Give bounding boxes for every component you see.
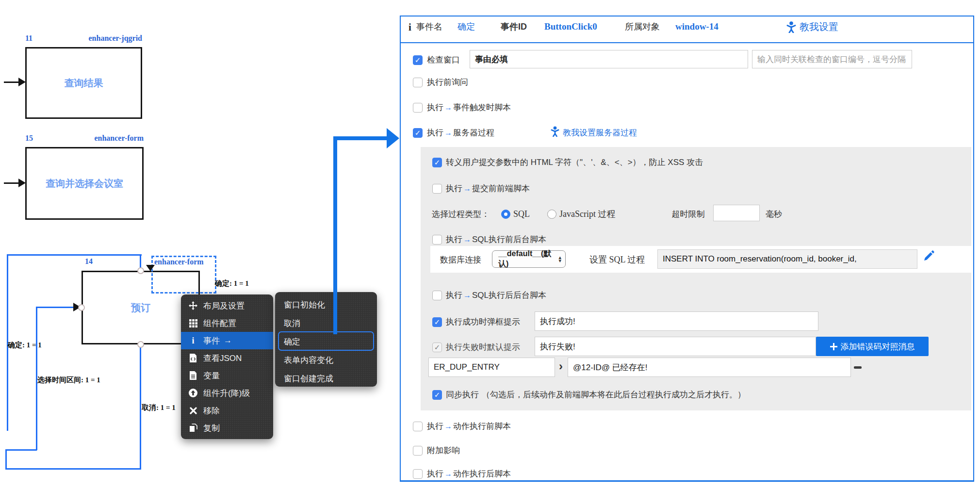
- submenu-item-window-created[interactable]: 窗口创建完成: [275, 369, 377, 388]
- fail-checkbox[interactable]: [432, 343, 442, 352]
- success-checkbox[interactable]: [432, 317, 442, 327]
- connector-handle[interactable]: [78, 304, 85, 311]
- submenu-item-cancel[interactable]: 取消: [275, 314, 377, 332]
- event-name-value[interactable]: 确定: [457, 20, 475, 33]
- event-id-value[interactable]: ButtonClick0: [544, 20, 597, 33]
- menu-item-label: 组件升(降)级: [203, 388, 250, 399]
- menu-item-label: 查看JSON: [203, 353, 242, 364]
- sync-label: 同步执行: [446, 389, 479, 400]
- event-name-label: 事件名: [416, 20, 442, 33]
- side-effect-checkbox[interactable]: [413, 446, 423, 456]
- edge-line: [7, 254, 142, 256]
- remove-mapping-icon[interactable]: [854, 366, 862, 369]
- check-window-input[interactable]: 事由必填: [470, 50, 748, 68]
- edge-line: [4, 82, 19, 83]
- submenu-arrow: →: [224, 336, 232, 345]
- timeout-input[interactable]: [713, 205, 760, 221]
- js-radio[interactable]: [547, 210, 556, 219]
- menu-item-copy[interactable]: 复制: [181, 419, 273, 437]
- trigger-script-checkbox[interactable]: [413, 103, 423, 113]
- row-prefix: 执行: [427, 127, 443, 138]
- owner-value[interactable]: window-14: [675, 20, 719, 33]
- sql-proc-label: 设置 SQL 过程: [589, 254, 645, 265]
- add-error-code-label: 添加错误码对照消息: [841, 341, 915, 352]
- document-icon: [188, 371, 198, 380]
- add-error-code-button[interactable]: 添加错误码对照消息: [816, 337, 929, 356]
- code-file-icon: [188, 354, 198, 362]
- close-icon: [188, 407, 198, 414]
- header-divider: [401, 42, 973, 43]
- flow-node-query-result[interactable]: 查询结果: [25, 47, 142, 119]
- post-action-checkbox[interactable]: [413, 469, 423, 479]
- node-id: 15: [25, 134, 33, 143]
- pointer-line: [333, 136, 388, 140]
- node-meta-15: 15 enhancer-form: [25, 134, 144, 143]
- sql-radio[interactable]: [501, 210, 510, 219]
- node-type: enhancer-form: [94, 134, 144, 143]
- teach-me-link[interactable]: 教我设置: [800, 20, 838, 33]
- pre-submit-checkbox[interactable]: [432, 184, 442, 194]
- node-id: 14: [85, 257, 93, 266]
- process-type-row: 选择过程类型： SQL JavaScript 过程 超时限制: [432, 208, 705, 220]
- node-title: 查询结果: [65, 77, 103, 90]
- arrow-right-icon: →: [443, 129, 453, 137]
- success-msg-row: 执行成功时弹框提示: [432, 316, 520, 327]
- edit-pencil-icon[interactable]: [923, 250, 934, 264]
- escape-xss-row: 转义用户提交参数中的 HTML 字符（"、'、&、<、>），防止 XSS 攻击: [432, 157, 703, 168]
- edge-line: [5, 468, 141, 470]
- edge-line: [6, 449, 37, 451]
- connector-handle[interactable]: [137, 267, 144, 274]
- edge-label-cancel: 取消: 1 = 1: [142, 403, 176, 412]
- menu-item-component-config[interactable]: 组件配置: [181, 314, 273, 332]
- post-action-script-row: 执行 → 动作执行后脚本: [413, 468, 511, 479]
- fail-label: 执行失败时默认提示: [446, 342, 520, 353]
- sql-post-checkbox[interactable]: [432, 291, 442, 300]
- server-process-checkbox[interactable]: [413, 128, 423, 138]
- timeout-label: 超时限制: [672, 209, 705, 220]
- edge-line: [5, 449, 7, 470]
- menu-item-view-json[interactable]: 查看JSON: [181, 349, 273, 367]
- menu-item-variables[interactable]: 变量: [181, 367, 273, 384]
- pre-action-checkbox[interactable]: [413, 422, 423, 431]
- flow-node-select-room[interactable]: 查询并选择会议室: [25, 147, 144, 220]
- db-conn-select[interactable]: __default__(默认): [492, 250, 566, 268]
- menu-item-events[interactable]: 事件 →: [181, 332, 273, 349]
- db-conn-value: __default__(默认): [498, 249, 558, 269]
- submenu-active-outline: [278, 331, 374, 351]
- fail-msg-input[interactable]: 执行失败!: [535, 337, 816, 356]
- teach-server-link[interactable]: 教我设置服务器过程: [551, 126, 637, 139]
- check-window-checkbox[interactable]: [413, 55, 423, 65]
- submenu-item-window-init[interactable]: 窗口初始化: [275, 295, 377, 314]
- submenu-item-label: 取消: [284, 318, 300, 329]
- select-caret-icon: [558, 256, 561, 262]
- ask-before-checkbox[interactable]: [413, 78, 423, 87]
- menu-item-layout[interactable]: 布局及设置: [181, 297, 273, 314]
- row-prefix: 执行: [446, 183, 462, 194]
- escape-xss-checkbox[interactable]: [432, 158, 442, 167]
- sync-checkbox[interactable]: [432, 390, 442, 400]
- related-windows-input[interactable]: 输入同时关联检查的窗口编号，逗号分隔: [752, 50, 912, 68]
- node-title: 预订: [131, 301, 150, 314]
- pre-action-label: 动作执行前脚本: [453, 421, 511, 432]
- arrowhead-icon: [18, 78, 26, 86]
- error-code-input[interactable]: ER_DUP_ENTRY: [428, 358, 555, 377]
- server-process-row: 执行 → 服务器过程: [413, 127, 494, 138]
- sql-statement-input[interactable]: INSERT INTO room_reservation(room_id, bo…: [657, 249, 917, 269]
- arrow-right-icon: →: [443, 470, 453, 478]
- menu-item-label: 事件: [203, 335, 220, 346]
- side-effect-label: 附加影响: [427, 445, 460, 456]
- copy-icon: [188, 424, 198, 432]
- ask-before-label: 执行前询问: [427, 77, 468, 88]
- sql-pre-checkbox[interactable]: [432, 235, 442, 245]
- event-id-label: 事件ID: [501, 20, 527, 33]
- server-process-label: 服务器过程: [453, 127, 494, 138]
- connector-handle[interactable]: [137, 341, 144, 348]
- edge-line: [140, 254, 141, 269]
- error-message-input[interactable]: @12-ID@ 已经存在!: [568, 358, 851, 377]
- submenu-item-form-change[interactable]: 表单内容变化: [275, 351, 377, 369]
- row-prefix: 执行: [427, 102, 443, 113]
- success-msg-input[interactable]: 执行成功!: [535, 311, 818, 331]
- menu-item-promote[interactable]: 组件升(降)级: [181, 384, 273, 402]
- success-label: 执行成功时弹框提示: [446, 316, 520, 327]
- menu-item-remove[interactable]: 移除: [181, 402, 273, 419]
